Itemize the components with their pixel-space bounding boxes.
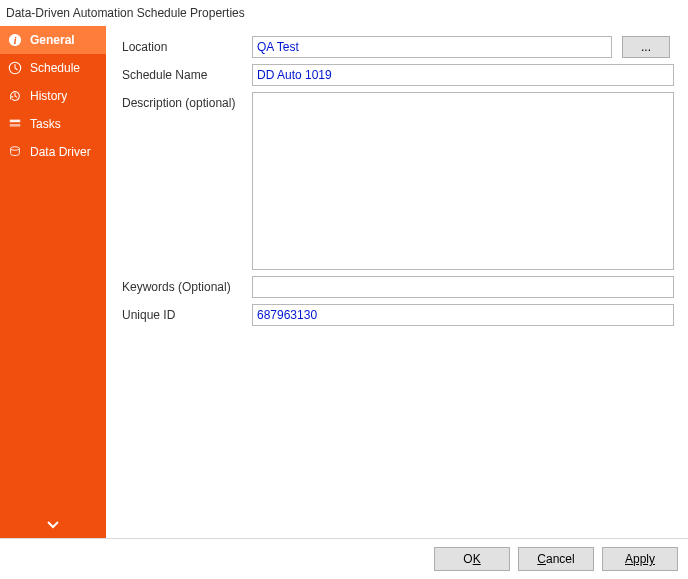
cancel-button[interactable]: Cancel (518, 547, 594, 571)
sidebar-item-label: Data Driver (30, 145, 91, 159)
apply-button[interactable]: Apply (602, 547, 678, 571)
data-driver-icon (8, 145, 22, 159)
sidebar-item-label: Schedule (30, 61, 80, 75)
svg-text:i: i (14, 35, 17, 46)
sidebar-item-label: General (30, 33, 75, 47)
svg-point-5 (11, 147, 20, 151)
svg-rect-4 (10, 124, 21, 127)
location-field[interactable] (252, 36, 612, 58)
svg-rect-3 (10, 120, 21, 123)
description-label: Description (optional) (122, 92, 242, 110)
dialog-body: i General Schedule History (0, 26, 688, 538)
sidebar: i General Schedule History (0, 26, 106, 538)
sidebar-item-label: Tasks (30, 117, 61, 131)
sidebar-expand-arrow[interactable] (0, 520, 106, 530)
history-icon (8, 89, 22, 103)
description-field[interactable] (252, 92, 674, 270)
tasks-icon (8, 117, 22, 131)
clock-icon (8, 61, 22, 75)
schedule-name-field[interactable] (252, 64, 674, 86)
ok-button[interactable]: OK (434, 547, 510, 571)
sidebar-item-data-driver[interactable]: Data Driver (0, 138, 106, 166)
info-icon: i (8, 33, 22, 47)
unique-id-label: Unique ID (122, 304, 242, 322)
browse-location-button[interactable]: ... (622, 36, 670, 58)
keywords-field[interactable] (252, 276, 674, 298)
location-label: Location (122, 36, 242, 54)
dialog-window: Data-Driven Automation Schedule Properti… (0, 0, 688, 579)
sidebar-item-label: History (30, 89, 67, 103)
unique-id-field[interactable] (252, 304, 674, 326)
window-title: Data-Driven Automation Schedule Properti… (0, 0, 688, 26)
sidebar-item-schedule[interactable]: Schedule (0, 54, 106, 82)
sidebar-item-history[interactable]: History (0, 82, 106, 110)
keywords-label: Keywords (Optional) (122, 276, 242, 294)
schedule-name-label: Schedule Name (122, 64, 242, 82)
general-form: Location ... Schedule Name Description (… (122, 36, 674, 326)
chevron-down-icon (0, 520, 106, 530)
sidebar-item-general[interactable]: i General (0, 26, 106, 54)
dialog-footer: OK Cancel Apply (0, 538, 688, 579)
sidebar-item-tasks[interactable]: Tasks (0, 110, 106, 138)
main-panel: Location ... Schedule Name Description (… (106, 26, 688, 538)
